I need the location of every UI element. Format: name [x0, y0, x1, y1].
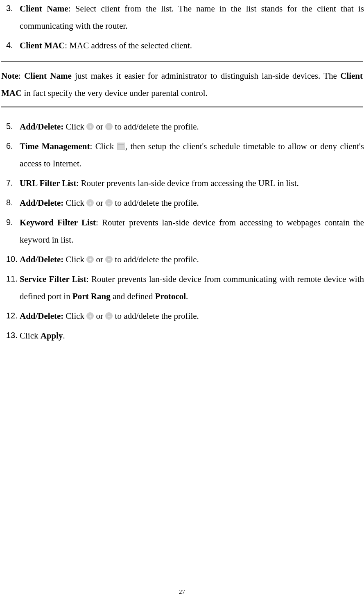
list-content: Client MAC: MAC address of the selected … [20, 37, 364, 54]
list-content: Click Apply. [20, 327, 364, 344]
item-heading: Service Filter List [20, 274, 86, 284]
list-number: 10. [6, 251, 20, 268]
item-text: : Router prevents lan-side device from a… [76, 178, 298, 188]
minus-icon: − [105, 199, 113, 207]
item-text: or [94, 122, 105, 132]
plus-icon: + [86, 123, 94, 130]
list-item-12: 12. Add/Delete: Click + or − to add/dele… [6, 307, 364, 325]
minus-icon: − [105, 312, 113, 320]
list-number: 8. [6, 194, 20, 211]
item-heading: Add/Delete: [20, 122, 63, 132]
item-text: to add/delete the profile. [113, 122, 199, 132]
item-text: and defined [111, 291, 155, 301]
calendar-icon [117, 143, 125, 150]
item-text: . [186, 291, 188, 301]
item-text: : Select client from the list. The name … [20, 4, 364, 31]
minus-icon: − [105, 256, 113, 263]
item-heading: Keyword Filter List [20, 218, 96, 227]
note-label: Note [1, 71, 18, 81]
page-number: 27 [0, 586, 364, 598]
list-content: Add/Delete: Click + or − to add/delete t… [20, 194, 364, 211]
item-text: or [94, 254, 105, 264]
item-bold: Port Rang [72, 291, 111, 301]
item-heading: Add/Delete: [20, 198, 63, 208]
item-heading: Add/Delete: [20, 254, 63, 264]
note-client-name: Client Name [24, 71, 72, 81]
item-text: to add/delete the profile. [113, 254, 199, 264]
list-number: 12. [6, 307, 20, 325]
list-content: Client Name: Select client from the list… [20, 0, 364, 34]
list-number: 9. [6, 214, 20, 248]
list-item-3: 3. Client Name: Select client from the l… [6, 0, 364, 34]
instruction-list-bottom: 5. Add/Delete: Click + or − to add/delet… [0, 118, 364, 344]
list-item-11: 11. Service Filter List: Router prevents… [6, 270, 364, 305]
item-text: Click [20, 331, 41, 341]
list-number: 13. [6, 327, 20, 344]
list-content: Add/Delete: Click + or − to add/delete t… [20, 118, 364, 135]
item-heading: Time Management [20, 141, 90, 151]
list-content: Keyword Filter List: Router prevents lan… [20, 214, 364, 248]
item-text: : Click [90, 141, 117, 151]
list-number: 7. [6, 175, 20, 192]
note-text: just makes it easier for administrator t… [72, 71, 340, 81]
list-item-4: 4. Client MAC: MAC address of the select… [6, 37, 364, 54]
list-number: 11. [6, 270, 20, 305]
item-text: or [94, 198, 105, 208]
note-box: Note: Client Name just makes it easier f… [1, 61, 363, 107]
list-content: Time Management: Click , then setup the … [20, 138, 364, 172]
item-text: Click [63, 254, 86, 264]
minus-icon: − [105, 123, 113, 130]
item-heading: Add/Delete: [20, 311, 63, 321]
list-number: 4. [6, 37, 20, 54]
list-content: URL Filter List: Router prevents lan-sid… [20, 175, 364, 192]
list-item-7: 7. URL Filter List: Router prevents lan-… [6, 175, 364, 192]
item-text: Click [63, 122, 86, 132]
plus-icon: + [86, 256, 94, 263]
item-text: to add/delete the profile. [113, 198, 199, 208]
item-text: Click [63, 198, 86, 208]
note-text: in fact specify the very device under pa… [22, 88, 208, 98]
item-bold: Apply [41, 331, 63, 341]
list-item-6: 6. Time Management: Click , then setup t… [6, 138, 364, 172]
list-item-10: 10. Add/Delete: Click + or − to add/dele… [6, 251, 364, 268]
document-page: 3. Client Name: Select client from the l… [0, 0, 364, 602]
list-item-8: 8. Add/Delete: Click + or − to add/delet… [6, 194, 364, 211]
item-text: . [63, 331, 65, 341]
item-heading: URL Filter List [20, 178, 76, 188]
item-text: or [94, 311, 105, 321]
plus-icon: + [86, 312, 94, 320]
item-text: : MAC address of the selected client. [65, 41, 192, 50]
plus-icon: + [86, 199, 94, 207]
list-item-9: 9. Keyword Filter List: Router prevents … [6, 214, 364, 248]
instruction-list-top: 3. Client Name: Select client from the l… [0, 0, 364, 54]
list-content: Service Filter List: Router prevents lan… [20, 270, 364, 305]
item-bold: Protocol [155, 291, 186, 301]
item-heading: Client MAC [20, 41, 65, 50]
list-content: Add/Delete: Click + or − to add/delete t… [20, 307, 364, 325]
item-text: Click [63, 311, 86, 321]
list-number: 3. [6, 0, 20, 34]
list-content: Add/Delete: Click + or − to add/delete t… [20, 251, 364, 268]
list-item-13: 13. Click Apply. [6, 327, 364, 344]
item-text: to add/delete the profile. [113, 311, 199, 321]
list-number: 6. [6, 138, 20, 172]
note-text: : [18, 71, 24, 81]
list-number: 5. [6, 118, 20, 135]
list-item-5: 5. Add/Delete: Click + or − to add/delet… [6, 118, 364, 135]
item-heading: Client Name [20, 4, 68, 14]
